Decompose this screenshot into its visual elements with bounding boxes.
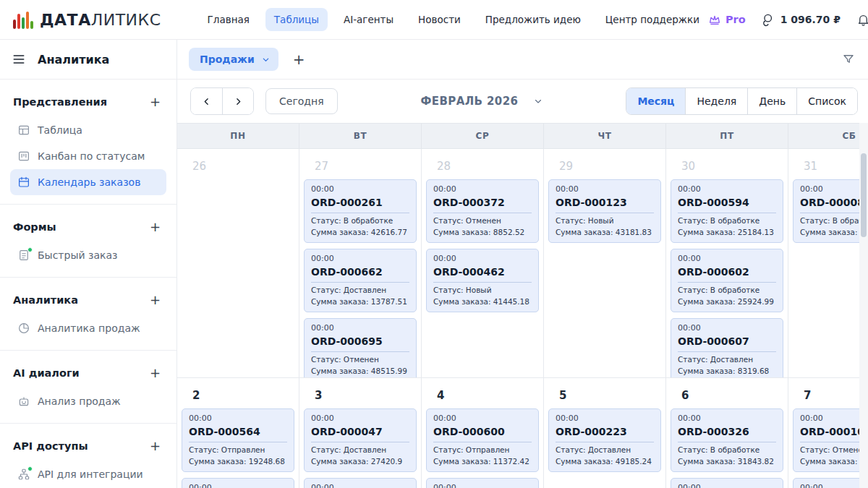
view-день[interactable]: День <box>747 88 796 114</box>
sidebar-item-таблица[interactable]: Таблица <box>10 117 166 143</box>
day-number: 29 <box>544 149 665 179</box>
section-title-row: Представления+ <box>10 94 166 110</box>
section-title: Аналитика <box>13 294 78 306</box>
order-status: Статус: В обработке <box>678 286 776 296</box>
nav-item-центр-поддержки[interactable]: Центр поддержки <box>597 8 708 31</box>
nav-item-ai-агенты[interactable]: AI-агенты <box>335 8 402 31</box>
sidebar-item-быстрый-заказ[interactable]: Быстрый заказ <box>10 242 166 268</box>
order-card[interactable]: 00:00ORD-000600Статус: ОтправленСумма за… <box>426 408 539 472</box>
order-status: Статус: Отправлен <box>189 445 287 455</box>
section-add-button[interactable]: + <box>147 292 163 308</box>
day-cell: 26 <box>177 149 299 378</box>
nav-item-главная[interactable]: Главная <box>199 8 258 31</box>
order-card[interactable]: 00:00ORD-000123Статус: НовыйСумма заказа… <box>548 179 661 243</box>
sidebar-item-api-для-интеграции[interactable]: API для интеграции <box>10 461 166 487</box>
order-card[interactable]: 00:00ORD-000662Статус: ДоставленСумма за… <box>304 249 417 312</box>
order-time: 00:00 <box>433 483 532 488</box>
order-card[interactable]: 00:00 <box>671 478 783 488</box>
sidebar-item-аналитика-продаж[interactable]: Аналитика продаж <box>10 315 166 341</box>
card-divider <box>433 282 532 283</box>
order-time: 00:00 <box>311 483 409 488</box>
robot-icon <box>17 395 30 408</box>
order-card[interactable]: 00:00 <box>304 478 417 488</box>
filter-icon[interactable] <box>842 53 855 66</box>
nav-item-предложить-идею[interactable]: Предложить идею <box>477 8 590 31</box>
kanban-icon <box>17 150 30 163</box>
order-time: 00:00 <box>800 414 868 424</box>
calendar-grid: ПНВТСРЧТПТСБ 262700:00ORD-000261Статус: … <box>177 123 868 488</box>
brand-logo[interactable]: ДАТАЛИТИКС <box>13 10 161 29</box>
order-time: 00:00 <box>311 254 409 264</box>
order-card[interactable]: 00:00 <box>182 478 294 488</box>
day-cell: 500:00ORD-000223Статус: ДоставленСумма з… <box>544 378 666 488</box>
prev-button[interactable] <box>191 88 222 114</box>
order-card[interactable]: 00:00 <box>793 478 868 488</box>
order-id: ORD-000600 <box>433 425 532 438</box>
add-tab-button[interactable]: + <box>290 51 308 68</box>
view-месяц[interactable]: Месяц <box>626 88 685 114</box>
card-divider <box>189 442 287 442</box>
order-time: 00:00 <box>189 414 287 424</box>
order-status: Статус: Отменен <box>800 445 868 455</box>
order-card[interactable]: 00:00ORD-000047Статус: ДоставленСумма за… <box>304 408 417 472</box>
pie-chart-icon <box>17 322 30 335</box>
table-icon <box>17 124 30 137</box>
section-add-button[interactable]: + <box>147 438 163 454</box>
pro-badge[interactable]: Pro <box>708 13 746 26</box>
order-time: 00:00 <box>311 323 409 333</box>
sidebar-item-канбан-по-статусам[interactable]: Канбан по статусам <box>10 143 166 169</box>
balance[interactable]: 1 096.70 ₽ <box>762 13 841 27</box>
scrollbar-thumb[interactable] <box>861 153 867 237</box>
order-card[interactable]: 00:00ORD-000372Статус: ОтмененСумма зака… <box>426 179 539 243</box>
order-card[interactable]: 00:00 <box>426 478 539 488</box>
order-status: Статус: Новый <box>433 286 532 296</box>
order-card[interactable]: 00:00ORD-000462Статус: НовыйСумма заказа… <box>426 249 539 312</box>
order-id: ORD-000372 <box>433 196 532 209</box>
day-cell: 3100:00ORD-000085Статус: В обработкеСумм… <box>788 149 868 378</box>
section-add-button[interactable]: + <box>147 365 163 381</box>
order-card[interactable]: 00:00ORD-000085Статус: В обработкеСумма … <box>793 179 868 243</box>
card-divider <box>311 351 409 352</box>
order-card[interactable]: 00:00ORD-000594Статус: В обработкеСумма … <box>671 179 783 243</box>
card-divider <box>433 213 532 213</box>
next-button[interactable] <box>222 88 253 114</box>
notifications-bell[interactable] <box>856 13 868 27</box>
order-id: ORD-000695 <box>311 335 409 348</box>
sidebar-item-label: Быстрый заказ <box>38 249 118 261</box>
day-number: 3 <box>299 378 421 408</box>
vertical-scrollbar <box>859 123 868 488</box>
order-sum: Сумма заказа: 48515.99 <box>311 367 409 377</box>
order-time: 00:00 <box>556 184 654 194</box>
order-card[interactable]: 00:00ORD-000607Статус: ДоставленСумма за… <box>671 318 783 378</box>
today-button[interactable]: Сегодня <box>265 88 338 114</box>
order-sum: Сумма заказа: 31843.82 <box>678 457 776 467</box>
order-status: Статус: В обработке <box>678 445 776 455</box>
order-id: ORD-000109 <box>800 425 868 438</box>
month-selector[interactable]: ФЕВРАЛЬ 2026 <box>421 95 543 108</box>
section-add-button[interactable]: + <box>147 94 163 110</box>
section-add-button[interactable]: + <box>147 219 163 235</box>
order-card[interactable]: 00:00ORD-000261Статус: В обработкеСумма … <box>304 179 417 243</box>
view-список[interactable]: Список <box>796 88 857 114</box>
card-divider <box>800 442 868 442</box>
order-status: Статус: Доставлен <box>311 286 409 296</box>
calendar: ПНВТСРЧТПТСБ 262700:00ORD-000261Статус: … <box>177 123 868 488</box>
order-card[interactable]: 00:00ORD-000109Статус: ОтмененСумма зака… <box>793 408 868 472</box>
order-card[interactable]: 00:00ORD-000564Статус: ОтправленСумма за… <box>182 408 294 472</box>
nav-item-таблицы[interactable]: Таблицы <box>265 8 328 31</box>
sidebar-item-анализ-продаж[interactable]: Анализ продаж <box>10 388 166 414</box>
tab-sales-label: Продажи <box>200 53 255 65</box>
order-card[interactable]: 00:00ORD-000695Статус: ОтмененСумма зака… <box>304 318 417 378</box>
order-card[interactable]: 00:00ORD-000326Статус: В обработкеСумма … <box>671 408 783 472</box>
view-неделя[interactable]: Неделя <box>685 88 747 114</box>
order-time: 00:00 <box>678 323 776 333</box>
order-id: ORD-000602 <box>678 265 776 278</box>
sidebar: Аналитика Представления+ТаблицаКанбан по… <box>0 40 177 488</box>
order-card[interactable]: 00:00ORD-000602Статус: В обработкеСумма … <box>671 249 783 312</box>
tab-sales[interactable]: Продажи <box>189 48 278 71</box>
order-card[interactable]: 00:00ORD-000223Статус: ДоставленСумма за… <box>548 408 661 472</box>
menu-icon[interactable] <box>12 52 26 67</box>
sidebar-item-календарь-заказов[interactable]: Календарь заказов <box>10 169 166 195</box>
nav-item-новости[interactable]: Новости <box>409 8 469 31</box>
day-number: 28 <box>422 149 543 179</box>
